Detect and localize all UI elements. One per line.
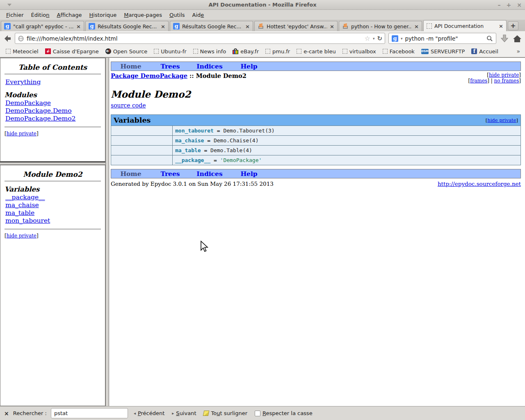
toc-link-demopackage[interactable]: DemoPackage <box>5 99 101 107</box>
search-dropdown-icon[interactable]: ▾ <box>401 37 403 41</box>
maximize-button[interactable]: + <box>507 2 511 8</box>
new-tab-button[interactable]: + <box>508 21 518 30</box>
toc-link-demopackage-demo2[interactable]: DemoPackage.Demo2 <box>5 115 101 123</box>
toc-link-demopackage-demo[interactable]: DemoPackage.Demo <box>5 107 101 115</box>
browser-tab[interactable]: API Documentation × <box>423 20 507 31</box>
no-frames-link[interactable]: no frames <box>494 78 519 84</box>
tab-label: python - How to gener... <box>351 23 412 30</box>
bookmark-e-carte-bleu[interactable]: e-carte bleu <box>294 47 338 56</box>
variable-row: __package__ = 'DemoPackage' <box>111 155 521 165</box>
bookmark-ubuntu-fr[interactable]: Ubuntu-fr <box>151 47 189 56</box>
highlight-all-button[interactable]: Tout surligner <box>202 410 249 416</box>
menu-item-affichage[interactable]: Affichage <box>53 11 86 19</box>
stackoverflow-favicon <box>342 23 349 30</box>
url-text[interactable]: file:///home/alex/html/index.html <box>27 35 362 42</box>
toc-link-everything[interactable]: Everything <box>5 78 101 86</box>
findbar-close-icon[interactable]: × <box>4 410 9 417</box>
caisse-icon: é <box>45 48 51 54</box>
home-icon[interactable] <box>513 34 522 43</box>
variable-name: ma_chaise <box>175 137 204 144</box>
browser-tab[interactable]: g "call graph" epydoc - ... × <box>1 21 84 31</box>
reload-icon[interactable]: ↻ <box>377 35 382 42</box>
search-engine-icon[interactable]: g <box>392 35 398 42</box>
tab-close-icon[interactable]: × <box>76 23 81 30</box>
browser-tab[interactable]: Hottest 'epydoc' Answ... × <box>254 21 338 31</box>
frame-divider-horizontal[interactable] <box>0 162 105 165</box>
epydoc-nav-trees[interactable]: Trees <box>151 62 190 70</box>
variable-link-ma-chaise[interactable]: ma_chaise <box>5 201 101 209</box>
find-next-button[interactable]: ▸Suivant <box>170 410 198 416</box>
hide-private-link[interactable]: hide private <box>7 131 37 137</box>
search-bar[interactable]: g ▾ python -m "profile" <box>388 33 496 44</box>
bookmark-facebook[interactable]: Facebook <box>380 47 417 56</box>
browser-tab[interactable]: g Résultats Google Rec... × <box>85 21 169 31</box>
findbar-label: Rechercher : <box>13 410 47 416</box>
tab-close-icon[interactable]: × <box>245 23 250 30</box>
bookmark-ebay-fr[interactable]: eBay.fr <box>230 47 261 56</box>
variable-link-mon-tabouret[interactable]: mon_tabouret <box>5 217 101 225</box>
browser-tab[interactable]: g Résultats Google Rec... × <box>170 21 253 31</box>
close-button[interactable]: × <box>517 2 522 8</box>
epydoc-nav-indices[interactable]: Indices <box>190 170 229 178</box>
frames-link[interactable]: frames <box>470 78 487 84</box>
tab-close-icon[interactable]: × <box>499 23 503 29</box>
minimize-button[interactable]: – <box>498 2 501 8</box>
menu-item-dition[interactable]: Édition <box>27 11 53 19</box>
bookmark-open-source[interactable]: o! Open Source <box>103 47 150 56</box>
hide-private-link[interactable]: hide private <box>487 117 516 123</box>
menu-item-marquepages[interactable]: Marque-pages <box>120 11 166 19</box>
match-case-checkbox[interactable]: Respecter la casse <box>253 410 314 416</box>
toc-module-links: DemoPackageDemoPackage.DemoDemoPackage.D… <box>5 99 101 123</box>
placeholder-icon <box>154 49 159 54</box>
bookmark-star-icon[interactable]: ☆ <box>365 34 370 42</box>
variable-link-ma-table[interactable]: ma_table <box>5 209 101 217</box>
tab-close-icon[interactable]: × <box>414 23 419 30</box>
toc-frame: Table of Contents Everything Modules Dem… <box>0 58 105 162</box>
source-code-link[interactable]: source code <box>111 102 146 109</box>
bookmarks-overflow-icon[interactable]: » <box>516 48 522 55</box>
epydoc-nav-trees[interactable]: Trees <box>151 170 190 178</box>
search-input[interactable]: python -m "profile" <box>405 35 484 42</box>
epydoc-nav-home: Home <box>111 170 151 178</box>
frame-divider-vertical[interactable] <box>105 58 109 406</box>
variable-value-cell: mon_tabouret = Demo.Tabouret(3) <box>173 126 521 136</box>
window-menu-icon[interactable] <box>7 4 11 6</box>
menu-item-outils[interactable]: Outils <box>166 11 189 19</box>
menu-item-aide[interactable]: Aide <box>189 11 208 19</box>
find-input[interactable]: pstat <box>51 408 128 418</box>
tab-close-icon[interactable]: × <box>161 23 165 30</box>
bookmark-accueil[interactable]: f Accueil <box>469 47 500 56</box>
download-icon[interactable] <box>500 34 509 43</box>
variable-row: ma_chaise = Demo.Chaise(4) <box>111 136 521 146</box>
epydoc-nav-indices[interactable]: Indices <box>190 62 229 70</box>
epydoc-homepage-link[interactable]: http://epydoc.sourceforge.net <box>438 180 521 187</box>
magnifier-icon[interactable] <box>486 35 493 42</box>
variable-type-cell <box>111 136 173 146</box>
bookmark-serveurftp[interactable]: DSM SERVEURFTP <box>419 47 467 56</box>
breadcrumb: Package DemoPackage :: Module Demo2 <box>111 72 247 79</box>
tab-strip: g "call graph" epydoc - ... × g Résultat… <box>0 20 525 31</box>
browser-tab[interactable]: python - How to gener... × <box>339 21 422 31</box>
bookmark-label: virtualbox <box>349 48 376 55</box>
find-previous-button[interactable]: ◂Précédent <box>132 410 166 416</box>
hide-private-link[interactable]: hide private <box>489 72 519 78</box>
ebay-icon <box>233 48 238 54</box>
bookmark-meteociel[interactable]: Meteociel <box>3 47 41 56</box>
variable-link--package-[interactable]: __package__ <box>5 194 101 201</box>
menu-item-fichier[interactable]: Fichier <box>2 11 27 19</box>
bookmark-virtualbox[interactable]: virtualbox <box>340 47 379 56</box>
url-dropdown-icon[interactable]: ▾ <box>373 37 375 41</box>
back-button[interactable] <box>3 35 11 42</box>
epydoc-nav-help[interactable]: Help <box>229 170 269 178</box>
bookmark-news-info[interactable]: News info <box>191 47 229 56</box>
tab-close-icon[interactable]: × <box>330 23 334 30</box>
hide-private-link[interactable]: hide private <box>7 233 37 239</box>
menu-item-historique[interactable]: Historique <box>86 11 121 19</box>
url-bar[interactable]: file:///home/alex/html/index.html ☆ ▾ ↻ <box>15 33 385 44</box>
globe-icon <box>18 35 24 42</box>
bookmark-pmu-fr[interactable]: pmu.fr <box>263 47 292 56</box>
divider <box>5 181 101 181</box>
epydoc-nav-help[interactable]: Help <box>229 62 269 70</box>
breadcrumb-package-link[interactable]: Package DemoPackage <box>111 72 187 79</box>
bookmark-caisse-d-epargne[interactable]: é Caisse d'Epargne <box>43 47 101 56</box>
